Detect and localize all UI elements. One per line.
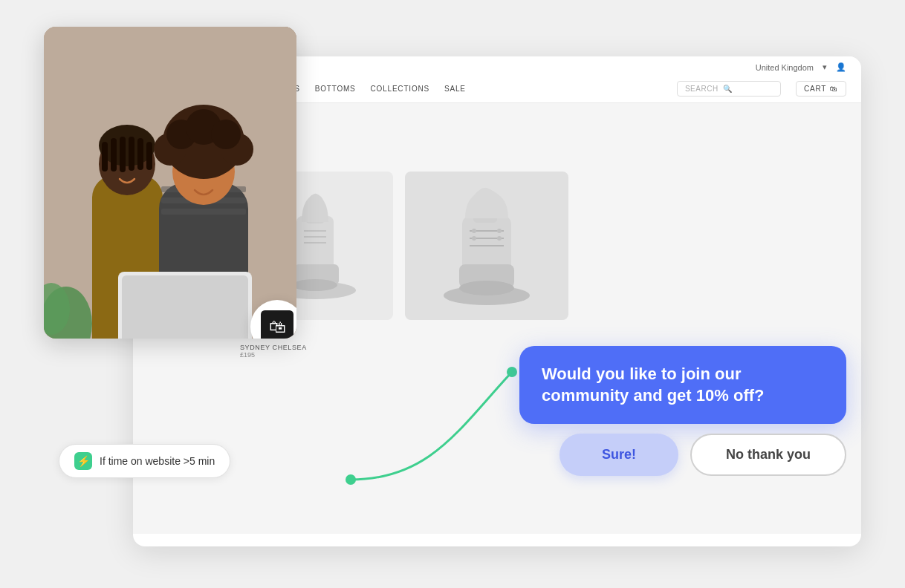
svg-rect-44	[122, 275, 248, 339]
search-icon: 🔍	[723, 85, 733, 93]
scene: United Kingdom ▾ 👤 ACCESSORIES DRESSES T…	[44, 27, 861, 561]
region-label: United Kingdom	[756, 63, 814, 72]
product-grid: SYDNEY CHELSEA £195	[237, 172, 846, 359]
svg-rect-30	[137, 138, 143, 170]
product-2[interactable]	[405, 172, 568, 359]
shopify-logo: 🛍	[261, 310, 293, 339]
search-placeholder: SEARCH	[685, 85, 719, 93]
people-svg	[44, 27, 296, 339]
boot-right-svg	[431, 183, 542, 309]
svg-rect-28	[120, 137, 126, 172]
svg-rect-29	[129, 137, 134, 171]
chevron-down-icon: ▾	[823, 62, 827, 72]
nav-sale[interactable]: SALE	[444, 85, 466, 93]
svg-rect-31	[146, 142, 152, 170]
product-card-2	[405, 172, 568, 320]
trigger-icon: ⚡	[74, 452, 92, 470]
nav-bottoms[interactable]: BOTTOMS	[315, 85, 356, 93]
svg-rect-27	[111, 138, 117, 172]
photo-card: 🛍	[44, 27, 296, 339]
popup-question: Would you like to join our community and…	[542, 364, 824, 406]
popup-bubble: Would you like to join our community and…	[519, 346, 846, 424]
no-thanks-button[interactable]: No thank you	[690, 434, 846, 476]
svg-point-11	[459, 281, 514, 295]
cart-label: CART	[804, 85, 826, 93]
cart-icon: 🛍	[830, 85, 838, 93]
svg-point-17	[497, 229, 502, 233]
photo-bg	[44, 27, 296, 339]
svg-point-42	[211, 120, 241, 149]
search-bar[interactable]: SEARCH 🔍	[677, 81, 781, 97]
svg-rect-35	[161, 209, 246, 215]
product-1-info: SYDNEY CHELSEA £195	[237, 344, 393, 359]
svg-point-16	[472, 229, 476, 233]
trigger-label: If time on website >5 min	[100, 455, 215, 467]
popup-buttons: Sure! No thank you	[559, 434, 846, 476]
svg-rect-26	[102, 142, 108, 172]
svg-point-3	[293, 279, 337, 291]
trigger-pill[interactable]: ⚡ If time on website >5 min	[59, 444, 230, 478]
user-icon: 👤	[836, 62, 846, 72]
cart-button[interactable]: CART 🛍	[796, 81, 846, 97]
svg-point-18	[472, 236, 476, 241]
hero-text: TER	[237, 118, 846, 157]
sure-button[interactable]: Sure!	[559, 434, 678, 476]
nav-collections[interactable]: COLLECTIONS	[371, 85, 429, 93]
svg-text:🛍: 🛍	[269, 317, 286, 336]
svg-point-19	[497, 236, 502, 241]
